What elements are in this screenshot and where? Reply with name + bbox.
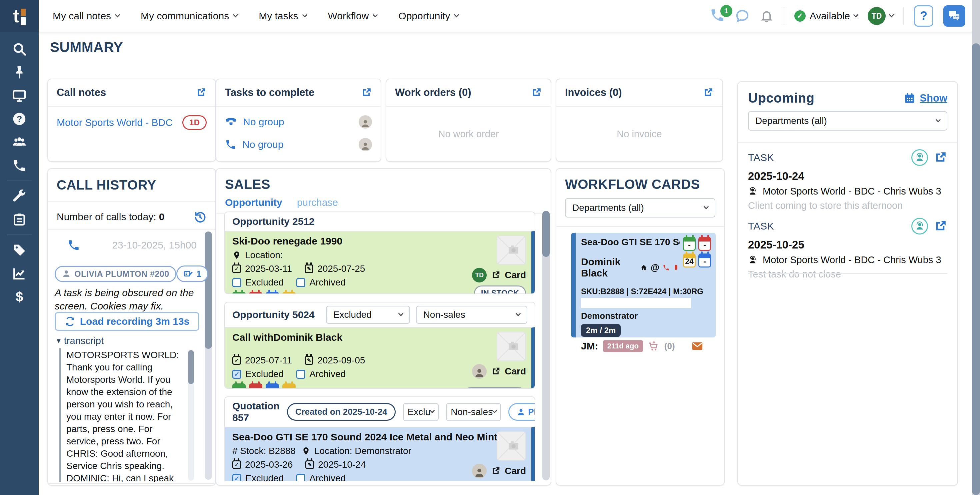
menu-my-communications[interactable]: My communications bbox=[141, 10, 237, 22]
workflow-card[interactable]: Sea-Doo GTI SE 170 Soun… - - 24 - Domini… bbox=[571, 233, 716, 338]
tab-purchase[interactable]: purchase bbox=[297, 197, 338, 208]
contact-name: Dominik Black bbox=[581, 256, 634, 279]
dropdown-value: Exclu bbox=[408, 407, 430, 417]
departments-dropdown[interactable]: Departments (all) bbox=[748, 111, 947, 130]
opportunity-link[interactable]: Opportunity 5024 bbox=[232, 309, 315, 320]
call-history-scrollbar-thumb[interactable] bbox=[205, 232, 212, 349]
archived-checkbox[interactable] bbox=[296, 370, 305, 379]
quotation-number[interactable]: 857 bbox=[232, 412, 280, 424]
desktop-icon[interactable] bbox=[12, 88, 27, 103]
agent-icon[interactable] bbox=[912, 149, 928, 166]
tab-opportunity[interactable]: Opportunity bbox=[225, 197, 282, 208]
upcoming-task[interactable]: TASK 2025-10-24 Motor Sports World - BDC… bbox=[748, 149, 947, 211]
card-link[interactable]: Card bbox=[472, 364, 526, 379]
category-dropdown[interactable]: Non-sales bbox=[446, 403, 501, 421]
tasks-body: No group No group bbox=[216, 106, 381, 169]
task-subject-text: Motor Sports World - BDC - Chris Wubs 3 bbox=[763, 186, 941, 197]
transcript-text: MOTORSPORTS WORLD: Thank you for calling… bbox=[59, 348, 186, 482]
cart-plus-icon[interactable] bbox=[648, 340, 660, 352]
card-link[interactable]: TD Card bbox=[472, 268, 526, 282]
divider bbox=[7, 235, 32, 235]
category-dropdown[interactable]: Non-sales bbox=[416, 306, 527, 324]
archived-checkbox[interactable] bbox=[296, 278, 305, 287]
app-logo[interactable]: t bbox=[0, 0, 39, 32]
chevron-down-icon bbox=[853, 12, 859, 17]
upcoming-task[interactable]: TASK 2025-10-25 Motor Sports World - BDC… bbox=[748, 218, 947, 280]
quotation-link[interactable]: Quotation bbox=[232, 400, 280, 412]
mail-icon[interactable] bbox=[691, 340, 704, 352]
pin-icon[interactable] bbox=[12, 65, 27, 79]
excluded-checkbox[interactable] bbox=[232, 278, 241, 287]
opportunity-link[interactable]: Opportunity 2512 bbox=[232, 216, 315, 227]
help-button[interactable]: ? bbox=[914, 5, 933, 27]
transcript-scrollbar-thumb[interactable] bbox=[188, 350, 194, 384]
project-pill[interactable]: PROJECT bbox=[508, 403, 535, 421]
sales-tabs: Opportunity purchase bbox=[225, 197, 338, 208]
transcript-toggle[interactable]: ▼ transcript bbox=[55, 335, 103, 346]
search-icon[interactable] bbox=[12, 42, 27, 56]
menu-label: My communications bbox=[141, 10, 229, 22]
divider bbox=[903, 7, 904, 25]
help-circle-icon[interactable] bbox=[12, 112, 27, 126]
sales-scrollbar-thumb[interactable] bbox=[542, 211, 550, 257]
contacts-icon[interactable] bbox=[12, 135, 27, 149]
availability-dropdown[interactable]: ✓ Available bbox=[794, 10, 858, 22]
excluded-checkbox[interactable]: ✓ bbox=[232, 474, 241, 481]
open-external-icon[interactable] bbox=[361, 87, 372, 98]
sales-dollar-icon[interactable]: $ bbox=[12, 289, 27, 304]
page-scrollbar-thumb[interactable] bbox=[972, 43, 980, 495]
menu-my-call-notes[interactable]: My call notes bbox=[52, 10, 119, 22]
show-calendar-link[interactable]: Show bbox=[904, 92, 947, 104]
calls-today-label: Number of calls today: bbox=[57, 211, 156, 222]
user-menu[interactable]: TD bbox=[868, 7, 893, 25]
avatar: TD bbox=[868, 7, 886, 25]
note-count-pill[interactable]: 1 bbox=[177, 265, 208, 282]
excluded-dropdown[interactable]: Exclu bbox=[403, 403, 439, 421]
departments-dropdown[interactable]: Departments (all) bbox=[565, 198, 715, 217]
sales-card-opportunity-2512: Opportunity 2512 Ski-Doo renegade 1990 L… bbox=[224, 211, 535, 294]
note-edit-icon bbox=[183, 269, 193, 279]
agent-icon[interactable] bbox=[912, 218, 928, 235]
date-created: 2025-03-26 bbox=[245, 459, 293, 470]
bell-icon[interactable] bbox=[760, 8, 774, 24]
excluded-dropdown[interactable]: Excluded bbox=[326, 306, 410, 324]
call-note-link[interactable]: Motor Sports World - BDC bbox=[57, 117, 173, 128]
support-chat-button[interactable] bbox=[943, 5, 965, 27]
menu-my-tasks[interactable]: My tasks bbox=[259, 10, 306, 22]
cart-count: (0) bbox=[664, 341, 675, 351]
open-external-icon[interactable] bbox=[531, 87, 542, 98]
calendar-badge-red: - bbox=[698, 237, 711, 251]
workorders-icon[interactable] bbox=[12, 212, 27, 227]
availability-label: Available bbox=[810, 10, 850, 22]
open-external-icon[interactable] bbox=[933, 151, 947, 165]
contact-pill[interactable]: OLIVIA PLUMTON #200 bbox=[55, 266, 177, 282]
call-datetime: 23-10-2025, 15h00 bbox=[112, 240, 197, 251]
card-link[interactable]: Card bbox=[472, 464, 526, 478]
date-modified: 2025-07-25 bbox=[317, 263, 365, 274]
archived-checkbox[interactable] bbox=[296, 474, 305, 481]
excluded-checkbox[interactable]: ✓ bbox=[232, 370, 241, 379]
photo-placeholder bbox=[497, 432, 526, 461]
calendar-badge-green: N bbox=[232, 292, 246, 294]
card-title: Call notes bbox=[57, 87, 106, 98]
calendar-badge-yellow: 24 bbox=[282, 292, 296, 294]
chat-icon[interactable] bbox=[735, 8, 750, 24]
history-icon[interactable] bbox=[193, 210, 207, 224]
card-link-label: Card bbox=[505, 466, 526, 476]
open-external-icon[interactable] bbox=[933, 219, 947, 233]
open-external-icon[interactable] bbox=[195, 87, 207, 98]
calls-icon[interactable] bbox=[12, 158, 27, 173]
phone-calls-button[interactable]: 1 bbox=[710, 8, 725, 24]
task-row: No group bbox=[225, 115, 372, 129]
tag-icon[interactable] bbox=[12, 243, 27, 257]
card-link-label: Card bbox=[505, 270, 526, 281]
service-icon[interactable] bbox=[12, 189, 27, 203]
task-group-link[interactable]: No group bbox=[242, 139, 283, 150]
menu-opportunity[interactable]: Opportunity bbox=[398, 10, 458, 22]
open-external-icon[interactable] bbox=[702, 87, 714, 98]
task-group-link[interactable]: No group bbox=[243, 116, 284, 128]
open-external-icon bbox=[491, 270, 501, 280]
reports-icon[interactable] bbox=[12, 266, 27, 281]
menu-workflow[interactable]: Workflow bbox=[328, 10, 377, 22]
load-recording-button[interactable]: Load recording 3m 13s bbox=[55, 312, 199, 331]
